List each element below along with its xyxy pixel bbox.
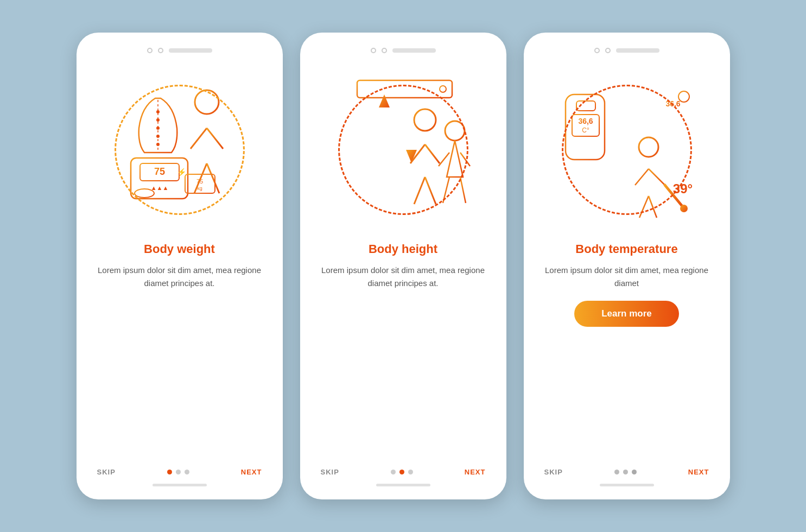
dashed-circle-2	[338, 85, 468, 215]
next-button-2[interactable]: NEXT	[465, 468, 486, 476]
card-desc-body-weight: Lorem ipsum dolor sit dim amet, mea regi…	[93, 264, 266, 290]
notch-circle-3a	[594, 48, 600, 53]
phone-notch-1	[147, 48, 212, 53]
notch-circle-1b	[158, 48, 163, 53]
dot-1-3	[185, 470, 189, 474]
dot-1-2	[176, 470, 181, 474]
card-footer-1: SKIP NEXT	[93, 468, 266, 476]
learn-more-button[interactable]: Learn more	[574, 301, 679, 327]
notch-circle-2b	[382, 48, 387, 53]
svg-point-29	[440, 86, 446, 92]
progress-dots-3	[614, 470, 637, 474]
notch-circle-3b	[605, 48, 611, 53]
phone-card-body-temperature: 36,6 C° 36,6	[524, 33, 730, 499]
card-desc-body-height: Lorem ipsum dolor sit dim amet, mea regi…	[316, 264, 490, 290]
card-footer-2: SKIP NEXT	[316, 468, 490, 476]
bottom-bar-1	[153, 484, 207, 486]
skip-button-1[interactable]: SKIP	[97, 468, 116, 476]
svg-line-44	[460, 177, 466, 203]
dashed-circle-3	[562, 85, 692, 215]
progress-dots-1	[167, 470, 189, 474]
notch-bar-2	[392, 48, 436, 53]
notch-circle-1a	[147, 48, 153, 53]
dot-2-3	[408, 470, 413, 474]
illustration-body-weight: 75 ⚡ ▲▲▲ 75 kg	[98, 63, 261, 237]
illustration-body-temperature: 36,6 C° 36,6	[545, 63, 708, 237]
notch-bar-3	[616, 48, 659, 53]
dot-3-3	[632, 470, 637, 474]
skip-button-2[interactable]: SKIP	[321, 468, 339, 476]
card-title-body-height: Body height	[369, 242, 437, 256]
dot-3-1	[614, 470, 619, 474]
dot-2-1	[391, 470, 396, 474]
phone-card-body-height: Body height Lorem ipsum dolor sit dim am…	[300, 33, 506, 499]
card-title-body-temperature: Body temperature	[575, 242, 677, 256]
svg-point-62	[680, 205, 688, 212]
bottom-bar-2	[376, 484, 430, 486]
card-footer-3: SKIP NEXT	[540, 468, 714, 476]
dot-2-2	[399, 470, 404, 474]
screens-container: 75 ⚡ ▲▲▲ 75 kg	[77, 33, 730, 499]
illustration-body-height	[322, 63, 485, 237]
dot-3-2	[623, 470, 628, 474]
skip-button-3[interactable]: SKIP	[544, 468, 563, 476]
notch-circle-2a	[371, 48, 376, 53]
dot-1-1	[167, 470, 172, 474]
card-title-body-weight: Body weight	[144, 242, 215, 256]
next-button-1[interactable]: NEXT	[241, 468, 262, 476]
notch-bar-1	[169, 48, 212, 53]
progress-dots-2	[391, 470, 413, 474]
next-button-3[interactable]: NEXT	[688, 468, 709, 476]
phone-card-body-weight: 75 ⚡ ▲▲▲ 75 kg	[77, 33, 283, 499]
phone-notch-2	[371, 48, 436, 53]
phone-notch-3	[594, 48, 659, 53]
bottom-bar-3	[600, 484, 654, 486]
dashed-circle-1	[115, 85, 245, 215]
card-desc-body-temperature: Lorem ipsum dolor sit dim amet, mea regi…	[540, 264, 714, 290]
